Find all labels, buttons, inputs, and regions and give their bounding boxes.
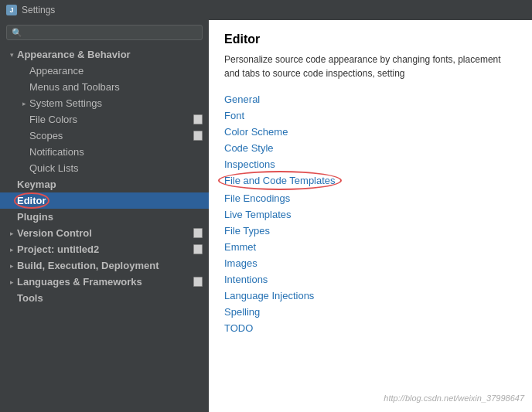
sidebar-item-label-editor: Editor — [17, 195, 46, 206]
editor-link-file-encodings[interactable]: File Encodings — [224, 192, 517, 205]
editor-description: Personalize source code appearance by ch… — [224, 53, 517, 80]
sidebar-item-label-languages-frameworks: Languages & Frameworks — [17, 276, 190, 288]
sidebar-item-tools[interactable]: Tools — [0, 290, 209, 306]
sidebar-item-label-file-colors: File Colors — [29, 114, 190, 125]
watermark: http://blog.csdn.net/weixin_37998647 — [384, 393, 524, 403]
app-icon: J — [6, 5, 17, 15]
search-icon: 🔍 — [12, 28, 22, 38]
sidebar-item-keymap[interactable]: Keymap — [0, 176, 209, 192]
editor-link-file-code-templates[interactable]: File and Code Templates — [224, 174, 336, 187]
page-icon-scopes — [193, 131, 203, 141]
tree-arrow-version-control — [6, 228, 17, 239]
search-box: 🔍 — [0, 20, 209, 45]
window-title: Settings — [22, 5, 55, 15]
sidebar-item-label-project-untitled2: Project: untitled2 — [17, 243, 190, 255]
sidebar-item-menus-toolbars[interactable]: Menus and Toolbars — [0, 79, 209, 95]
sidebar-item-appearance-behavior[interactable]: Appearance & Behavior — [0, 46, 209, 63]
editor-link-spelling[interactable]: Spelling — [224, 305, 517, 318]
sidebar-item-label-appearance: Appearance — [29, 65, 203, 77]
sidebar-item-appearance[interactable]: Appearance — [0, 63, 209, 79]
sidebar-item-label-appearance-behavior: Appearance & Behavior — [17, 49, 203, 60]
editor-link-intentions[interactable]: Intentions — [224, 273, 517, 286]
sidebar-item-label-quick-lists: Quick Lists — [29, 162, 203, 174]
tree-arrow-system-settings — [19, 98, 29, 109]
sidebar-item-plugins[interactable]: Plugins — [0, 209, 209, 225]
title-bar: J Settings — [0, 0, 532, 20]
editor-link-language-injections[interactable]: Language Injections — [224, 289, 517, 302]
sidebar-item-label-system-settings: System Settings — [29, 97, 203, 109]
sidebar-item-build-execution[interactable]: Build, Execution, Deployment — [0, 257, 209, 274]
sidebar-item-label-menus-toolbars: Menus and Toolbars — [29, 81, 203, 93]
editor-link-code-style[interactable]: Code Style — [224, 141, 517, 155]
tree-arrow-project-untitled2 — [6, 244, 17, 255]
editor-link-images[interactable]: Images — [224, 257, 517, 270]
sidebar-item-scopes[interactable]: Scopes — [0, 128, 209, 144]
page-icon-version-control — [193, 228, 203, 238]
link-oval-file-code-templates — [218, 171, 342, 190]
sidebar-item-editor[interactable]: Editor — [0, 192, 209, 209]
sidebar-item-label-keymap: Keymap — [17, 179, 203, 190]
sidebar-item-label-notifications: Notifications — [29, 146, 203, 158]
tree-arrow-languages-frameworks — [6, 277, 17, 288]
tree-arrow-appearance-behavior — [6, 49, 17, 60]
editor-link-color-scheme[interactable]: Color Scheme — [224, 125, 517, 138]
sidebar-item-quick-lists[interactable]: Quick Lists — [0, 160, 209, 176]
sidebar-item-label-scopes: Scopes — [29, 130, 190, 141]
page-icon-file-colors — [193, 114, 203, 124]
editor-title: Editor — [224, 32, 517, 46]
search-input[interactable] — [26, 27, 197, 38]
editor-link-general[interactable]: General — [224, 93, 517, 106]
editor-link-emmet[interactable]: Emmet — [224, 240, 517, 254]
editor-links: GeneralFontColor SchemeCode StyleInspect… — [224, 93, 517, 335]
right-panel: Editor Personalize source code appearanc… — [209, 20, 532, 347]
sidebar-item-label-version-control: Version Control — [17, 227, 190, 239]
search-wrapper[interactable]: 🔍 — [6, 25, 203, 40]
page-icon-languages-frameworks — [193, 277, 203, 287]
sidebar-tree: Appearance & BehaviorAppearanceMenus and… — [0, 45, 209, 412]
sidebar-item-label-tools: Tools — [17, 292, 203, 304]
sidebar-item-project-untitled2[interactable]: Project: untitled2 — [0, 241, 209, 257]
sidebar-item-notifications[interactable]: Notifications — [0, 144, 209, 160]
sidebar: 🔍 Appearance & BehaviorAppearanceMenus a… — [0, 20, 209, 412]
sidebar-item-label-build-execution: Build, Execution, Deployment — [17, 260, 203, 271]
main-content: 🔍 Appearance & BehaviorAppearanceMenus a… — [0, 20, 532, 412]
editor-link-live-templates[interactable]: Live Templates — [224, 208, 517, 221]
sidebar-item-version-control[interactable]: Version Control — [0, 225, 209, 241]
sidebar-item-languages-frameworks[interactable]: Languages & Frameworks — [0, 274, 209, 290]
editor-link-inspections[interactable]: Inspections — [224, 158, 517, 171]
tree-arrow-build-execution — [6, 260, 17, 271]
editor-link-font[interactable]: Font — [224, 109, 517, 122]
sidebar-item-label-plugins: Plugins — [17, 211, 203, 223]
sidebar-item-file-colors[interactable]: File Colors — [0, 111, 209, 128]
page-icon-project-untitled2 — [193, 244, 203, 254]
sidebar-item-system-settings[interactable]: System Settings — [0, 95, 209, 111]
editor-link-file-types[interactable]: File Types — [224, 224, 517, 237]
right-panel-wrapper: Editor Personalize source code appearanc… — [209, 20, 532, 412]
editor-link-todo[interactable]: TODO — [224, 322, 517, 335]
